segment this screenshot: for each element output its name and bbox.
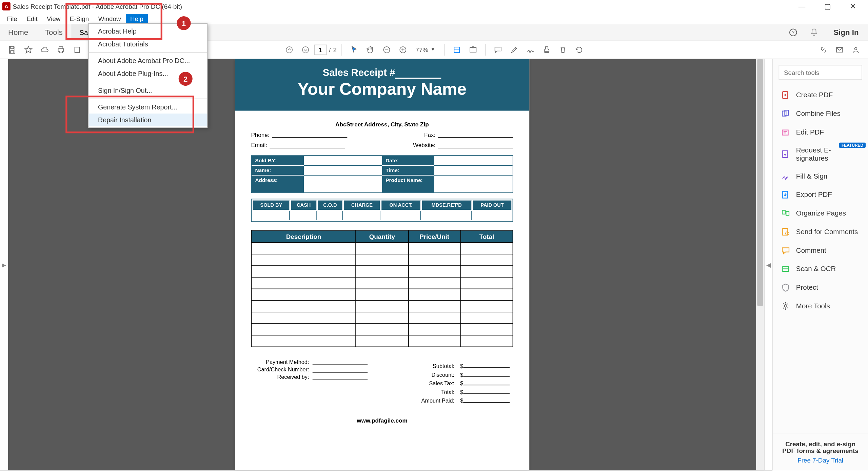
email-icon[interactable] [832, 42, 847, 57]
print-icon[interactable] [53, 42, 68, 57]
t-cur4: $ [460, 389, 463, 395]
fit-width-icon[interactable] [449, 42, 464, 57]
svg-point-23 [784, 305, 787, 307]
help-menu-item[interactable]: Generate System Report... [89, 101, 207, 114]
window-maximize-button[interactable]: ▢ [815, 0, 840, 13]
sidebar-tool-fill-sign[interactable]: Fill & Sign [773, 167, 868, 185]
tool-icon [781, 149, 790, 159]
sign-icon[interactable] [523, 42, 538, 57]
help-menu-item[interactable]: Sign In/Sign Out... [89, 84, 207, 97]
pay-h-3: CHARGE [344, 201, 381, 210]
sidebar-tool-protect[interactable]: Protect [773, 278, 868, 297]
tool-icon [781, 190, 790, 199]
tool-label: Organize Pages [796, 209, 846, 217]
sidebar-tool-edit-pdf[interactable]: Edit PDF [773, 123, 868, 142]
sidebar-tool-scan-ocr[interactable]: Scan & OCR [773, 260, 868, 278]
sidebar-tool-more-tools[interactable]: More Tools [773, 297, 868, 315]
comment-icon[interactable] [490, 42, 505, 57]
sidebar-tool-request-e-signatures[interactable]: Request E-signaturesFEATURED [773, 141, 868, 167]
sidebar-tool-create-pdf[interactable]: Create PDF [773, 86, 868, 104]
stamp-icon[interactable] [539, 42, 554, 57]
hand-tool-icon[interactable] [363, 42, 378, 57]
email-label: Email: [251, 142, 267, 148]
t-cur2: $ [460, 371, 463, 378]
page-down-icon[interactable] [298, 42, 313, 57]
save-icon[interactable] [5, 42, 20, 57]
promo-link[interactable]: Free 7-Day Trial [779, 456, 862, 464]
help-menu-item[interactable]: Acrobat Tutorials [89, 38, 207, 50]
tool-icon [781, 127, 790, 137]
totals-block: Subtotal:$ Discount:$ Sales Tax:$ Total:… [418, 361, 513, 406]
expand-right-icon[interactable]: ◀ [764, 59, 772, 470]
sidebar-tool-send-for-comments[interactable]: Send for Comments [773, 223, 868, 241]
sidebar-tool-organize-pages[interactable]: Organize Pages [773, 204, 868, 223]
help-menu-item[interactable]: About Adobe Acrobat Pro DC... [89, 55, 207, 67]
menu-edit[interactable]: Edit [22, 14, 42, 23]
zoom-dropdown[interactable]: 77%▼ [411, 44, 439, 55]
page-number: / 2 [314, 44, 337, 55]
select-tool-icon[interactable] [347, 42, 361, 57]
tab-tools[interactable]: Tools [37, 24, 72, 40]
svg-text:?: ? [792, 29, 794, 35]
menu-help[interactable]: Help [125, 14, 148, 23]
tool-icon [781, 283, 790, 292]
t-tax: Sales Tax: [419, 380, 457, 387]
link-icon[interactable] [816, 42, 831, 57]
window-close-button[interactable]: ✕ [840, 0, 866, 13]
tool-icon [781, 209, 790, 218]
sidebar-tool-export-pdf[interactable]: Export PDF [773, 185, 868, 204]
t-cur1: $ [460, 363, 463, 369]
tool-icon [781, 227, 790, 236]
svg-rect-19 [786, 211, 789, 215]
window-title: Sales Receipt Template.pdf - Adobe Acrob… [13, 3, 182, 10]
page-current-input[interactable] [314, 44, 327, 55]
window-minimize-button[interactable]: — [789, 0, 814, 13]
pdf-page: Sales Receipt # Your Company Name AbcStr… [235, 59, 530, 470]
signin-button[interactable]: Sign In [824, 24, 868, 40]
t-total: Total: [419, 388, 457, 396]
tool-label: Protect [796, 283, 818, 291]
items-table: Description Quantity Price/Unit Total [251, 230, 513, 347]
tool-label: Scan & OCR [796, 265, 836, 273]
help-menu-item[interactable]: Repair Installation [89, 114, 207, 126]
menu-file[interactable]: File [2, 14, 22, 23]
profile-icon[interactable] [848, 42, 863, 57]
pay-h-6: PAID OUT [473, 201, 511, 210]
svg-rect-18 [782, 210, 785, 214]
menubar: File Edit View E-Sign Window Help [0, 13, 868, 24]
vertical-scrollbar[interactable] [756, 59, 764, 470]
rotate-icon[interactable] [571, 42, 586, 57]
zoom-in-icon[interactable] [395, 42, 410, 57]
svg-rect-8 [470, 47, 476, 52]
items-h-price: Price/Unit [408, 230, 460, 243]
page-up-icon[interactable] [281, 42, 296, 57]
highlight-icon[interactable] [507, 42, 521, 57]
pdf-app-icon: A [2, 2, 11, 10]
svg-point-11 [855, 47, 857, 49]
info-name-label: Name: [252, 165, 304, 175]
t-subtotal: Subtotal: [419, 362, 457, 370]
delete-icon[interactable] [555, 42, 570, 57]
sidebar-tool-comment[interactable]: Comment [773, 241, 868, 260]
t-discount: Discount: [419, 371, 457, 378]
pay-h-0: SOLD BY [253, 201, 290, 210]
star-icon[interactable] [21, 42, 36, 57]
zoom-out-icon[interactable] [379, 42, 394, 57]
annotation-marker-1: 1 [177, 16, 191, 30]
menu-esign[interactable]: E-Sign [65, 14, 94, 23]
t-paid: Amount Paid: [419, 397, 457, 404]
bell-icon[interactable] [803, 24, 824, 40]
help-icon[interactable]: ? [783, 24, 804, 40]
tab-home[interactable]: Home [0, 24, 37, 40]
expand-left-icon[interactable]: ▶ [0, 59, 8, 470]
read-mode-icon[interactable] [465, 42, 480, 57]
info-soldby-label: Sold BY: [252, 156, 304, 165]
website-label: Website: [413, 142, 435, 148]
titlebar: A Sales Receipt Template.pdf - Adobe Acr… [0, 0, 868, 13]
cloud-icon[interactable] [37, 42, 52, 57]
search-tools-input[interactable] [779, 65, 862, 80]
share-icon[interactable] [70, 42, 84, 57]
menu-window[interactable]: Window [94, 14, 125, 23]
sidebar-tool-combine-files[interactable]: Combine Files [773, 104, 868, 123]
menu-view[interactable]: View [42, 14, 65, 23]
